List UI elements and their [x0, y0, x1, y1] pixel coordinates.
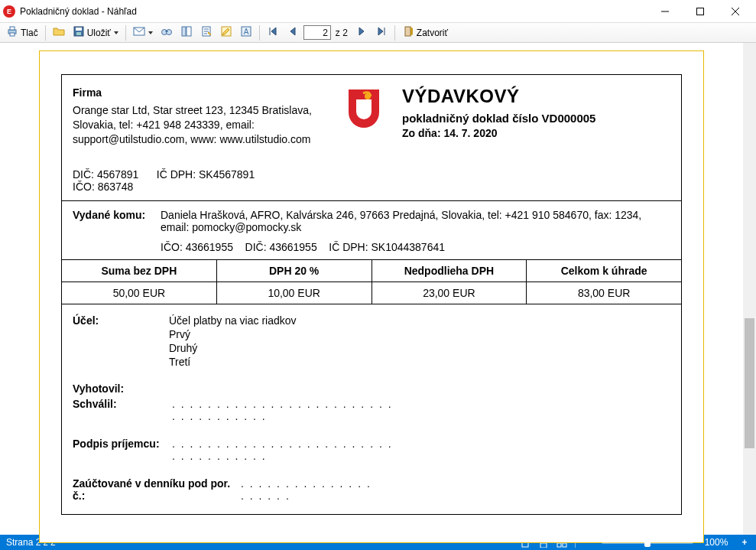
title-bar: E Pokladničný doklad - Náhľad	[0, 0, 756, 23]
folder-open-icon	[53, 25, 65, 40]
save-icon	[73, 25, 85, 40]
prev-page-icon	[287, 25, 299, 40]
icdph-value: SK4567891	[199, 168, 255, 181]
svg-rect-24	[557, 543, 561, 547]
dots: . . . . . . . . . . . . . . . . . . . . …	[172, 438, 401, 462]
maximize-button[interactable]	[683, 0, 718, 23]
sum-h1: Suma bez DPH	[62, 260, 216, 282]
ico-value: 863748	[98, 181, 134, 193]
svg-rect-10	[165, 31, 167, 32]
next-page-button[interactable]	[352, 24, 371, 41]
next-page-icon	[355, 25, 368, 40]
company-details: Orange star Ltd, Star street 123, 12345 …	[73, 103, 341, 147]
sig-vyhotovil: Vyhotovil:	[73, 382, 172, 395]
svg-rect-12	[187, 27, 191, 36]
scrollbar-thumb[interactable]	[745, 318, 754, 448]
close-preview-button[interactable]: Zatvoriť	[399, 24, 451, 41]
dic-label: DIČ:	[73, 168, 94, 181]
svg-text:A: A	[244, 28, 249, 36]
save-label: Uložiť	[87, 28, 111, 38]
svg-rect-17	[405, 27, 410, 36]
svg-rect-21	[540, 543, 547, 548]
prev-page-button[interactable]	[284, 24, 302, 41]
sum-h2: DPH 20 %	[217, 260, 372, 282]
chevron-down-icon	[148, 31, 153, 34]
doc-date: Zo dňa: 14. 7. 2020	[402, 127, 670, 139]
dic-value: 4567891	[97, 168, 139, 181]
binoculars-icon	[161, 25, 173, 40]
email-button[interactable]	[130, 24, 156, 41]
preview-scrollarea[interactable]: Firma Orange star Ltd, Star street 123, …	[0, 43, 743, 535]
issued-to-label: Vydané komu:	[73, 209, 161, 253]
last-page-button[interactable]	[372, 24, 391, 41]
door-icon	[402, 25, 414, 40]
summary-table: Suma bez DPH50,00 EUR DPH 20 %10,00 EUR …	[62, 259, 681, 304]
print-button[interactable]: Tlač	[3, 24, 41, 41]
sum-v3: 23,00 EUR	[372, 282, 527, 304]
printer-icon	[6, 25, 18, 40]
icdph-label: IČ DPH:	[157, 168, 196, 181]
purpose-line2: Prvý	[169, 327, 297, 341]
first-page-button[interactable]	[264, 24, 282, 41]
save-button[interactable]: Uložiť	[70, 24, 122, 41]
svg-rect-3	[10, 33, 15, 36]
first-page-icon	[267, 25, 279, 40]
sum-v1: 50,00 EUR	[62, 282, 216, 304]
chevron-down-icon	[114, 31, 118, 34]
dots: . . . . . . . . . . . . . . . . . . . . …	[172, 398, 401, 422]
open-button[interactable]	[50, 24, 68, 41]
document-page: Firma Orange star Ltd, Star street 123, …	[39, 50, 704, 543]
purpose-line4: Tretí	[169, 355, 297, 369]
sig-schvalil: Schválil:	[73, 398, 172, 422]
close-button[interactable]	[718, 0, 753, 23]
purpose-line1: Účel platby na viac riadkov	[169, 314, 297, 327]
thumbnails-icon	[180, 25, 193, 40]
issued-to-ids: IČO: 43661955 DIČ: 43661955 IČ DPH: SK10…	[161, 241, 670, 253]
svg-rect-25	[563, 543, 566, 547]
page-number-input[interactable]	[303, 25, 331, 40]
close-preview-label: Zatvoriť	[417, 28, 448, 38]
watermark-button[interactable]: A	[237, 24, 255, 41]
app-icon: E	[3, 5, 15, 18]
ico-label: IČO:	[73, 181, 95, 193]
svg-rect-0	[697, 8, 704, 15]
logo	[341, 86, 387, 147]
edit-page-button[interactable]	[217, 24, 235, 41]
sum-h4: Celkom k úhrade	[527, 260, 681, 282]
vertical-scrollbar[interactable]	[743, 43, 756, 535]
zoom-slider-knob[interactable]	[644, 538, 651, 547]
purpose-line3: Druhý	[169, 341, 297, 355]
zoom-value: 100%	[701, 537, 732, 548]
zoom-slider[interactable]	[602, 541, 693, 544]
last-page-icon	[375, 25, 388, 40]
sum-v2: 10,00 EUR	[217, 282, 372, 304]
svg-rect-2	[10, 27, 15, 30]
doc-title: VÝDAVKOVÝ	[402, 86, 670, 107]
page-setup-button[interactable]	[197, 24, 216, 41]
doc-subtitle: pokladničný doklad číslo VD000005	[402, 112, 670, 125]
sig-zauctovane: Zaúčtované v denníku pod por. č.:	[73, 477, 241, 502]
page-total-label: z 2	[333, 28, 351, 38]
thumbnails-button[interactable]	[177, 24, 196, 41]
company-label: Firma	[73, 86, 341, 100]
minimize-button[interactable]	[647, 0, 683, 23]
mail-icon	[133, 25, 145, 40]
find-button[interactable]	[157, 24, 176, 41]
svg-rect-11	[182, 27, 186, 36]
edit-icon	[220, 25, 232, 40]
preview-viewer: Firma Orange star Ltd, Star street 123, …	[0, 43, 756, 535]
watermark-icon: A	[240, 25, 252, 40]
svg-rect-6	[76, 32, 81, 35]
page-setup-icon	[200, 25, 213, 40]
window-title: Pokladničný doklad - Náhľad	[20, 6, 137, 17]
sum-h3: Nedpodlieha DPH	[372, 260, 527, 282]
zoom-in-button[interactable]: +	[739, 537, 750, 548]
issued-to-body: Daniela Hrašková, AFRO, Kalvárska 246, 9…	[161, 209, 670, 233]
svg-rect-5	[76, 28, 82, 31]
purpose-label: Účel:	[73, 314, 169, 369]
dots: . . . . . . . . . . . . . . . . . . . . …	[241, 477, 378, 502]
print-label: Tlač	[21, 28, 38, 38]
sum-v4: 83,00 EUR	[527, 282, 681, 304]
toolbar: Tlač Uložiť A z 2 Zatvo	[0, 23, 756, 43]
sig-podpis: Podpis príjemcu:	[73, 438, 172, 462]
